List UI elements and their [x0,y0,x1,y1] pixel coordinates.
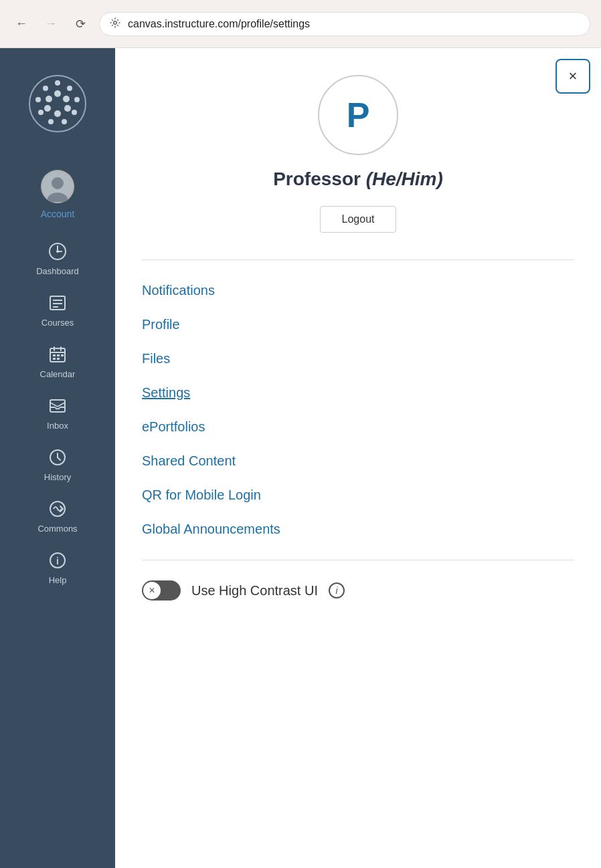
menu-section: Notifications Profile Files Settings ePo… [115,267,601,553]
sidebar: Account Dashboard [0,48,115,868]
menu-link-shared-content[interactable]: Shared Content [142,444,574,478]
svg-point-0 [114,21,117,24]
help-icon: i [48,551,67,572]
sidebar-item-courses[interactable]: Courses [0,284,115,336]
svg-point-10 [43,86,48,91]
svg-rect-30 [53,354,56,356]
svg-point-14 [54,110,61,117]
profile-avatar: P [318,75,398,155]
menu-link-global-announcements[interactable]: Global Announcements [142,512,574,546]
svg-point-7 [48,119,54,124]
account-label: Account [41,209,75,219]
svg-rect-34 [61,354,64,356]
sidebar-item-history[interactable]: History [0,439,115,490]
profile-name: Professor (He/Him) [273,169,443,190]
svg-point-13 [64,105,71,112]
sidebar-item-courses-label: Courses [41,318,74,328]
avatar [41,170,74,203]
sidebar-item-commons-label: Commons [37,524,77,534]
sidebar-item-dashboard[interactable]: Dashboard [0,233,115,284]
history-icon [48,448,67,469]
back-button[interactable]: ← [11,13,32,35]
svg-point-3 [67,86,72,91]
svg-point-15 [44,105,51,112]
inbox-icon [48,397,67,418]
menu-link-files[interactable]: Files [142,342,574,376]
svg-line-39 [58,403,65,407]
address-bar[interactable]: canvas.instructure.com/profile/settings [99,12,590,36]
address-bar-icon [109,17,121,31]
svg-point-2 [55,80,60,86]
sidebar-item-history-label: History [44,472,71,482]
sidebar-item-help-label: Help [49,575,67,585]
user-avatar-icon [42,171,73,202]
sidebar-item-dashboard-label: Dashboard [36,266,79,276]
close-button[interactable]: × [555,59,590,94]
high-contrast-toggle[interactable]: ✕ [142,580,181,601]
svg-point-9 [35,97,41,102]
profile-section: P Professor (He/Him) Logout [115,48,601,253]
browser-bar: ← → ⟳ canvas.instructure.com/profile/set… [0,0,601,48]
menu-link-eportfolios[interactable]: ePortfolios [142,410,574,444]
menu-link-notifications[interactable]: Notifications [142,274,574,308]
sidebar-item-account[interactable]: Account [0,159,115,233]
content-area: × P Professor (He/Him) Logout Notificati… [115,48,601,868]
sidebar-item-calendar[interactable]: Calendar [0,336,115,387]
svg-point-8 [38,110,44,115]
courses-icon [48,294,67,315]
sidebar-item-commons[interactable]: Commons [0,490,115,542]
divider-bottom [142,560,574,560]
svg-point-16 [46,96,52,102]
svg-rect-32 [53,358,56,360]
sidebar-item-inbox[interactable]: Inbox [0,387,115,439]
menu-link-qr-login[interactable]: QR for Mobile Login [142,478,574,512]
calendar-icon [48,345,67,366]
sidebar-logo [0,48,115,159]
main-layout: Account Dashboard [0,48,601,868]
svg-text:i: i [56,556,59,566]
profile-avatar-letter: P [347,95,370,135]
svg-point-18 [52,177,64,189]
menu-link-settings[interactable]: Settings [142,376,574,410]
forward-button[interactable]: → [40,13,62,35]
svg-rect-31 [57,354,60,356]
sidebar-item-calendar-label: Calendar [40,369,76,379]
reload-button[interactable]: ⟳ [70,13,91,35]
toggle-knob: ✕ [143,582,161,599]
svg-rect-35 [50,400,65,412]
sidebar-item-help[interactable]: i Help [0,542,115,593]
svg-rect-33 [57,358,60,360]
svg-point-5 [72,110,77,115]
high-contrast-info-icon[interactable]: i [329,582,345,599]
url-text: canvas.instructure.com/profile/settings [128,18,310,30]
dashboard-icon [48,242,67,263]
high-contrast-label: Use High Contrast UI [191,583,318,599]
logout-button[interactable]: Logout [320,206,397,233]
svg-point-21 [56,250,59,253]
canvas-logo-icon [27,74,88,134]
svg-point-6 [62,119,67,124]
toggle-section: ✕ Use High Contrast UI i [115,567,601,614]
menu-link-profile[interactable]: Profile [142,308,574,342]
divider-top [142,259,574,260]
svg-point-4 [74,97,80,102]
sidebar-item-inbox-label: Inbox [47,421,68,431]
svg-point-12 [63,96,70,102]
commons-icon [48,500,67,521]
svg-line-38 [50,403,58,407]
svg-point-11 [54,90,61,97]
